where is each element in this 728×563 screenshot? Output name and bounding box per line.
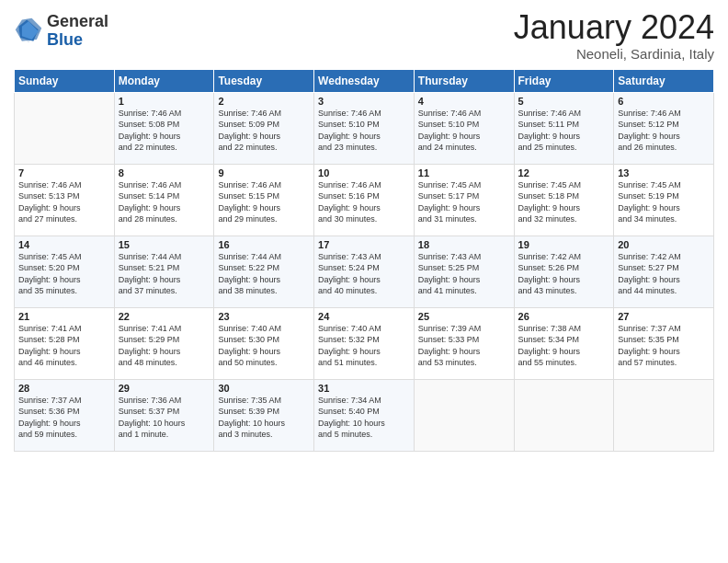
sunrise-text: Sunrise: 7:46 AM (418, 108, 510, 120)
sunset-text: Sunset: 5:14 PM (119, 190, 210, 202)
calendar-cell: 17Sunrise: 7:43 AMSunset: 5:24 PMDayligh… (314, 236, 415, 307)
calendar-cell (614, 379, 714, 451)
daylight-text: Daylight: 9 hours (119, 202, 210, 214)
daylight-text: Daylight: 9 hours (18, 418, 110, 430)
calendar-week-3: 21Sunrise: 7:41 AMSunset: 5:28 PMDayligh… (15, 307, 714, 379)
day-number: 12 (518, 167, 610, 178)
logo-blue: Blue (47, 31, 108, 50)
sunset-text: Sunset: 5:24 PM (318, 262, 410, 274)
sunrise-text: Sunrise: 7:44 AM (119, 251, 210, 263)
sunrise-text: Sunrise: 7:45 AM (618, 179, 710, 191)
daylight-text: Daylight: 9 hours (318, 131, 410, 143)
calendar-cell: 8Sunrise: 7:46 AMSunset: 5:14 PMDaylight… (114, 164, 214, 236)
sunset-text: Sunset: 5:17 PM (418, 190, 510, 202)
sunrise-text: Sunrise: 7:43 AM (318, 251, 410, 263)
header: General Blue January 2024 Neoneli, Sardi… (14, 9, 714, 62)
sunrise-text: Sunrise: 7:46 AM (18, 179, 110, 191)
cell-content: Sunrise: 7:35 AMSunset: 5:39 PMDaylight:… (218, 395, 310, 441)
sunset-text: Sunset: 5:18 PM (518, 190, 610, 202)
sunset-text: Sunset: 5:34 PM (518, 334, 610, 346)
calendar-cell (15, 92, 115, 164)
calendar-cell: 10Sunrise: 7:46 AMSunset: 5:16 PMDayligh… (314, 164, 415, 236)
calendar-cell: 4Sunrise: 7:46 AMSunset: 5:10 PMDaylight… (414, 92, 514, 164)
daylight-minutes-text: and 53 minutes. (418, 357, 510, 369)
daylight-text: Daylight: 9 hours (618, 202, 710, 214)
calendar-cell: 7Sunrise: 7:46 AMSunset: 5:13 PMDaylight… (15, 164, 115, 236)
daylight-minutes-text: and 48 minutes. (119, 357, 210, 369)
cell-content: Sunrise: 7:46 AMSunset: 5:14 PMDaylight:… (119, 179, 210, 225)
sunrise-text: Sunrise: 7:45 AM (518, 179, 610, 191)
sunset-text: Sunset: 5:11 PM (518, 119, 610, 131)
logo-icon (14, 17, 43, 46)
sunrise-text: Sunrise: 7:46 AM (518, 108, 610, 120)
daylight-minutes-text: and 5 minutes. (318, 429, 410, 441)
day-number: 27 (618, 311, 710, 322)
daylight-minutes-text: and 57 minutes. (618, 357, 710, 369)
sunset-text: Sunset: 5:10 PM (418, 119, 510, 131)
daylight-minutes-text: and 3 minutes. (218, 429, 310, 441)
cell-content: Sunrise: 7:36 AMSunset: 5:37 PMDaylight:… (119, 395, 210, 441)
sunset-text: Sunset: 5:35 PM (618, 334, 710, 346)
sunset-text: Sunset: 5:10 PM (318, 119, 410, 131)
daylight-text: Daylight: 9 hours (518, 202, 610, 214)
cell-content: Sunrise: 7:42 AMSunset: 5:26 PMDaylight:… (518, 251, 610, 297)
calendar-cell: 14Sunrise: 7:45 AMSunset: 5:20 PMDayligh… (15, 236, 115, 307)
calendar-cell: 25Sunrise: 7:39 AMSunset: 5:33 PMDayligh… (414, 307, 514, 379)
daylight-text: Daylight: 9 hours (618, 346, 710, 358)
sunrise-text: Sunrise: 7:41 AM (119, 323, 210, 335)
cell-content: Sunrise: 7:40 AMSunset: 5:30 PMDaylight:… (218, 323, 310, 369)
sunrise-text: Sunrise: 7:45 AM (18, 251, 110, 263)
sunrise-text: Sunrise: 7:37 AM (18, 395, 110, 407)
daylight-minutes-text: and 24 minutes. (418, 142, 510, 154)
sunrise-text: Sunrise: 7:42 AM (518, 251, 610, 263)
weekday-header-tuesday: Tuesday (214, 69, 314, 92)
sunset-text: Sunset: 5:37 PM (119, 406, 210, 418)
daylight-minutes-text: and 30 minutes. (318, 213, 410, 225)
sunrise-text: Sunrise: 7:46 AM (119, 108, 210, 120)
daylight-minutes-text: and 25 minutes. (518, 142, 610, 154)
calendar-cell: 6Sunrise: 7:46 AMSunset: 5:12 PMDaylight… (614, 92, 714, 164)
cell-content: Sunrise: 7:45 AMSunset: 5:19 PMDaylight:… (618, 179, 710, 225)
daylight-minutes-text: and 40 minutes. (318, 285, 410, 297)
day-number: 25 (418, 311, 510, 322)
calendar-cell: 27Sunrise: 7:37 AMSunset: 5:35 PMDayligh… (614, 307, 714, 379)
daylight-minutes-text: and 29 minutes. (218, 213, 310, 225)
sunrise-text: Sunrise: 7:36 AM (119, 395, 210, 407)
weekday-header-thursday: Thursday (414, 69, 514, 92)
calendar-cell: 19Sunrise: 7:42 AMSunset: 5:26 PMDayligh… (514, 236, 614, 307)
daylight-minutes-text: and 22 minutes. (119, 142, 210, 154)
title-location: Neoneli, Sardinia, Italy (514, 46, 714, 62)
daylight-text: Daylight: 9 hours (418, 346, 510, 358)
daylight-minutes-text: and 50 minutes. (218, 357, 310, 369)
calendar-cell: 2Sunrise: 7:46 AMSunset: 5:09 PMDaylight… (214, 92, 314, 164)
sunrise-text: Sunrise: 7:45 AM (418, 179, 510, 191)
cell-content: Sunrise: 7:46 AMSunset: 5:11 PMDaylight:… (518, 108, 610, 154)
day-number: 2 (218, 96, 310, 107)
sunset-text: Sunset: 5:20 PM (18, 262, 110, 274)
day-number: 9 (218, 167, 310, 178)
daylight-minutes-text: and 26 minutes. (618, 142, 710, 154)
cell-content: Sunrise: 7:41 AMSunset: 5:29 PMDaylight:… (119, 323, 210, 369)
calendar-cell: 16Sunrise: 7:44 AMSunset: 5:22 PMDayligh… (214, 236, 314, 307)
day-number: 1 (119, 96, 210, 107)
daylight-minutes-text: and 37 minutes. (119, 285, 210, 297)
sunset-text: Sunset: 5:32 PM (318, 334, 410, 346)
calendar-cell: 18Sunrise: 7:43 AMSunset: 5:25 PMDayligh… (414, 236, 514, 307)
calendar-cell: 5Sunrise: 7:46 AMSunset: 5:11 PMDaylight… (514, 92, 614, 164)
cell-content: Sunrise: 7:45 AMSunset: 5:18 PMDaylight:… (518, 179, 610, 225)
cell-content: Sunrise: 7:38 AMSunset: 5:34 PMDaylight:… (518, 323, 610, 369)
daylight-minutes-text: and 27 minutes. (18, 213, 110, 225)
daylight-text: Daylight: 9 hours (418, 274, 510, 286)
calendar-cell: 28Sunrise: 7:37 AMSunset: 5:36 PMDayligh… (15, 379, 115, 451)
sunset-text: Sunset: 5:26 PM (518, 262, 610, 274)
day-number: 18 (418, 239, 510, 250)
daylight-minutes-text: and 32 minutes. (518, 213, 610, 225)
daylight-minutes-text: and 43 minutes. (518, 285, 610, 297)
day-number: 11 (418, 167, 510, 178)
daylight-text: Daylight: 9 hours (119, 274, 210, 286)
sunrise-text: Sunrise: 7:42 AM (618, 251, 710, 263)
cell-content: Sunrise: 7:45 AMSunset: 5:20 PMDaylight:… (18, 251, 110, 297)
weekday-header-wednesday: Wednesday (314, 69, 415, 92)
daylight-minutes-text: and 41 minutes. (418, 285, 510, 297)
cell-content: Sunrise: 7:46 AMSunset: 5:09 PMDaylight:… (218, 108, 310, 154)
